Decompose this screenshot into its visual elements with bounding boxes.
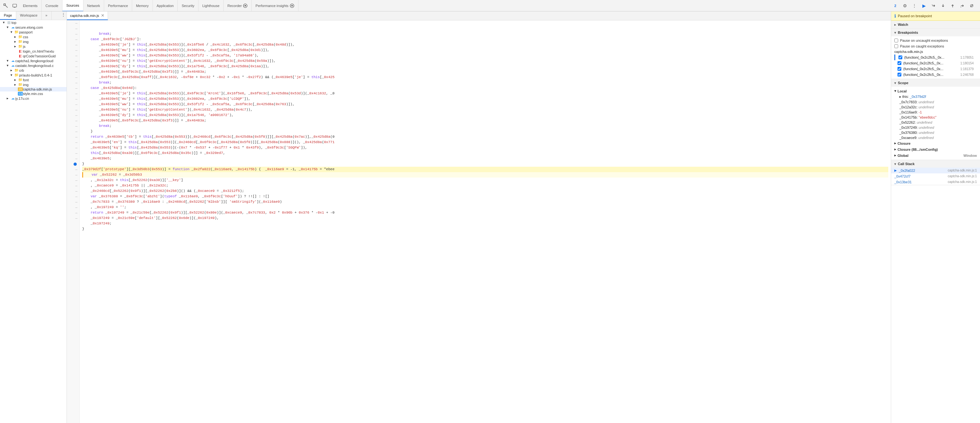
- tree-item-captcha-sdk-js[interactable]: JS captcha-sdk.min.js: [0, 87, 67, 91]
- scope-var-5[interactable]: _0x197249: undefined: [894, 125, 977, 130]
- call-stack-section-header[interactable]: ▾ Call Stack: [891, 160, 980, 168]
- tab-recorder[interactable]: Recorder: [224, 0, 251, 11]
- breakpoints-section-header[interactable]: ▾ Breakpoints: [891, 29, 980, 36]
- tab-console[interactable]: Console: [42, 0, 62, 11]
- subtab-more[interactable]: »: [42, 11, 52, 20]
- code-line[interactable]: _0x4639e5['ww'] = this[_0x425d8a(0x553)]…: [82, 53, 888, 58]
- global-section-header[interactable]: ▸ Global Window: [894, 152, 977, 158]
- tree-item-img2[interactable]: ▸ 📁 img: [0, 82, 67, 87]
- resume-button[interactable]: ▶: [920, 1, 928, 10]
- code-line[interactable]: _0x4639e5['mu'] = this[_0x425d8a(0x553)]…: [82, 96, 888, 102]
- code-line[interactable]: break;: [82, 31, 888, 37]
- call-stack-item-0[interactable]: ▶ _0x2fa022 captcha-sdk.min.js:1: [891, 168, 980, 173]
- tree-item-font[interactable]: ▸ 📁 font: [0, 77, 67, 82]
- code-line[interactable]: var _0x52262 = _0x3d50b3: [82, 172, 888, 177]
- code-line[interactable]: this[_0x425d8a(0xa30)][_0x6f9c3c[_0x425d…: [82, 150, 888, 156]
- local-section-header[interactable]: ▾ Local: [894, 88, 977, 94]
- code-line[interactable]: _0x4639e5[_0x6f9c3c[_0x425d8a(0x3f3)]] =…: [82, 118, 888, 123]
- step-into-button[interactable]: [939, 1, 948, 10]
- bp-checkbox-1[interactable]: [897, 61, 901, 65]
- tree-item-castatic[interactable]: ▾ ☁ castatic.fengkongcloud.c: [0, 63, 67, 68]
- breakpoint-item-3[interactable]: (function(_0x2c2fc5,_0x... 1:246768: [894, 72, 977, 77]
- breakpoint-item-1[interactable]: (function(_0x2c2fc5,_0x... 1:180154: [894, 60, 977, 66]
- bp-checkbox-0[interactable]: [899, 56, 902, 59]
- scope-var-1[interactable]: _0x12a32c: undefined: [894, 105, 977, 110]
- scope-var-7[interactable]: _0xcaece9: undefined: [894, 135, 977, 140]
- tree-item-passport[interactable]: ▾ 📁 passport: [0, 30, 67, 34]
- closure2-section-header[interactable]: ▸ Closure (88.../smConfig): [894, 146, 977, 152]
- breakpoint-item-2[interactable]: (function(_0x2c2fc5,_0x... 1:181379: [894, 66, 977, 72]
- file-tab-captcha-sdk[interactable]: captcha-sdk.min.js ✕: [67, 11, 108, 20]
- tree-item-js[interactable]: ▸ 📁 js: [0, 44, 67, 49]
- tree-item-captcha1[interactable]: ▾ ☁ captcha1.fengkongcloud: [0, 58, 67, 63]
- call-stack-item-1[interactable]: _0x472cf7 captcha-sdk.min.js:1: [891, 173, 980, 179]
- code-line[interactable]: _0x4639e5[_0x6f9c3c[_0x425d8a(0x3f3)]] =…: [82, 69, 888, 75]
- code-line[interactable]: , _0x12a32c = this[_0x52262(0xa30)]['__k…: [82, 177, 888, 183]
- step-out-button[interactable]: [948, 1, 957, 10]
- pause-caught-checkbox[interactable]: [894, 44, 898, 48]
- bp-checkbox-2[interactable]: [897, 67, 901, 71]
- code-line[interactable]: _0x197249;: [82, 221, 888, 226]
- code-line[interactable]: _0x4639e5['ww'] = this[_0x425d8a(0x553)]…: [82, 102, 888, 107]
- tree-item-secure-elong[interactable]: ▾ ☁ secure.elong.com: [0, 25, 67, 30]
- code-line[interactable]: _0x4639e5['mu'] = this[_0x425d8a(0x553)]…: [82, 48, 888, 53]
- code-line[interactable]: var _0x376380 = _0x6f9c3c['abzhI'](typeo…: [82, 194, 888, 199]
- breakpoint-item-0[interactable]: (function(_0x2c2fc5,_0x... 1:178051: [894, 54, 977, 60]
- code-scroll[interactable]: break; case _0x6f9c3c['JGZBJ']: _0x4639e…: [80, 21, 891, 423]
- code-line[interactable]: _0x379d2f['prototype'][_0x3d50b3(0x553)]…: [82, 167, 888, 172]
- scope-var-0[interactable]: _0x7c7833: undefined: [894, 99, 977, 105]
- code-line[interactable]: _0x4639e5['je'] = this[_0x425d8a(0x553)]…: [82, 91, 888, 96]
- code-line[interactable]: case _0x425d8a(0x64d):: [82, 85, 888, 91]
- tree-item-pr-auto-build[interactable]: ▾ 📁 pr/auto-build/v1.0.4-1: [0, 73, 67, 77]
- inspect-element-button[interactable]: [1, 1, 10, 10]
- code-line[interactable]: }: [82, 161, 888, 167]
- tab-lighthouse[interactable]: Lighthouse: [199, 0, 224, 11]
- code-line[interactable]: _0x4639e5['nu'] = this['getEncryptConten…: [82, 58, 888, 64]
- code-line[interactable]: _0x197249 = _0x21c59e['default'][_0x5226…: [82, 215, 888, 221]
- subtab-workspace[interactable]: Workspace: [16, 11, 42, 20]
- badge-count[interactable]: 2: [891, 1, 900, 10]
- tab-elements[interactable]: Elements: [19, 0, 42, 11]
- bp-checkbox-3[interactable]: [897, 73, 901, 77]
- closure-section-header[interactable]: ▸ Closure: [894, 140, 977, 146]
- subtab-page[interactable]: Page: [0, 11, 16, 20]
- scope-var-6[interactable]: _0x376380: undefined: [894, 130, 977, 135]
- code-line[interactable]: break;: [82, 80, 888, 85]
- code-line[interactable]: break;: [82, 123, 888, 129]
- code-line[interactable]: _0x4639e5;: [82, 156, 888, 161]
- code-line[interactable]: _0x4639e5['kq'] = this[_0x425d8a(0x553)]…: [82, 145, 888, 150]
- step-over-button[interactable]: [929, 1, 938, 10]
- tab-performance[interactable]: Performance: [104, 0, 132, 11]
- step-button[interactable]: [958, 1, 967, 10]
- code-line[interactable]: _0x4639e5['je'] = this[_0x425d8a(0x553)]…: [82, 42, 888, 48]
- pause-uncaught-checkbox[interactable]: [894, 38, 898, 42]
- scope-var-2[interactable]: _0x116ae9: -1: [894, 110, 977, 115]
- tab-network[interactable]: Network: [83, 0, 104, 11]
- code-line[interactable]: _0x4639e5['en'] = this[_0x425d8a(0x553)]…: [82, 140, 888, 145]
- code-line[interactable]: }: [82, 226, 888, 232]
- scope-var-3[interactable]: _0x14175b: "ebee8dcc": [894, 115, 977, 120]
- more-options-button[interactable]: ⋮: [910, 1, 919, 10]
- code-line[interactable]: _0x7c7833 = _0x376380 ? _0x116ae9 : _0x2…: [82, 199, 888, 204]
- scope-var-4[interactable]: _0x52262: undefined: [894, 120, 977, 125]
- code-line[interactable]: _0x6f9c3c[_0x425d8a(0xaff)](_0x4c1632, -…: [82, 75, 888, 80]
- file-tree-more-button[interactable]: ⋮: [60, 11, 67, 18]
- tree-item-top[interactable]: ▾ ▤ top: [0, 20, 67, 25]
- scope-section-header[interactable]: ▾ Scope: [891, 79, 980, 87]
- code-line[interactable]: , _0xcaece9 = _0x14175b || _0x12a32c;: [82, 183, 888, 188]
- tab-memory[interactable]: Memory: [132, 0, 153, 11]
- tab-security[interactable]: Security: [178, 0, 199, 11]
- settings-button[interactable]: ⚙: [900, 1, 909, 10]
- code-line[interactable]: _0x2460cd[_0x52262(0x9f1)][_0x52262(0x2b…: [82, 188, 888, 194]
- code-line[interactable]: }: [82, 129, 888, 134]
- tree-item-crb[interactable]: ▸ 📁 crb: [0, 68, 67, 73]
- code-line[interactable]: _0x4639e5['nu'] = this['getEncryptConten…: [82, 107, 888, 113]
- tree-item-img[interactable]: ▸ 📁 img: [0, 39, 67, 44]
- tab-perf-insights[interactable]: Performance insights: [251, 0, 298, 11]
- deactivate-breakpoints-button[interactable]: [967, 1, 976, 10]
- call-stack-item-2[interactable]: _0x13be31 captcha-sdk.min.js:1: [891, 179, 980, 185]
- code-line[interactable]: return _0x197249 = _0x21c59e[_0x52262(0x…: [82, 210, 888, 215]
- tree-item-qrcode[interactable]: ◧ qrCode?sessionGuid: [0, 54, 67, 58]
- code-line[interactable]: _0x4639e5['dy'] = this[_0x425d8a(0x553)]…: [82, 113, 888, 118]
- code-line[interactable]: return _0x4639e5['tb'] = this[_0x425d8a(…: [82, 134, 888, 140]
